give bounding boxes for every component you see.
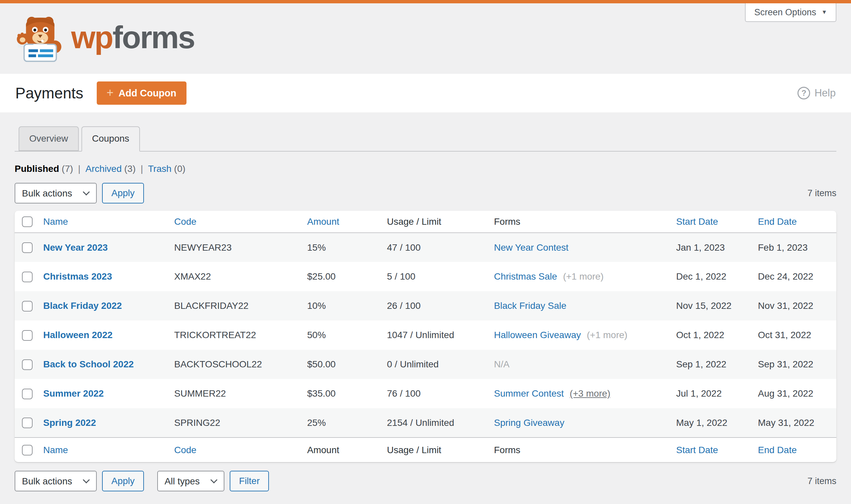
- row-checkbox[interactable]: [22, 417, 33, 428]
- add-coupon-button[interactable]: + Add Coupon: [97, 82, 186, 105]
- coupon-start-date: Oct 1, 2022: [671, 321, 753, 350]
- filter-count: (3): [122, 164, 135, 174]
- form-extra-count[interactable]: (+1 more): [563, 271, 604, 282]
- coupon-amount: 10%: [302, 291, 382, 321]
- question-circle-icon: ?: [797, 87, 810, 100]
- header-column-start-sort-link[interactable]: Start Date: [676, 216, 718, 227]
- coupon-code: XMAX22: [169, 262, 302, 291]
- footer-column-start-sort-link[interactable]: Start Date: [676, 445, 718, 455]
- row-checkbox[interactable]: [22, 359, 33, 370]
- coupon-amount: 50%: [302, 321, 382, 350]
- type-filter-select-wrap: All types: [157, 471, 224, 491]
- footer-column-name-sort-link[interactable]: Name: [43, 445, 68, 455]
- wpforms-wordmark: wpforms: [71, 20, 195, 55]
- coupon-code: BLACKFRIDAY22: [169, 291, 302, 321]
- row-checkbox[interactable]: [22, 242, 33, 253]
- coupon-end-date: May 31, 2022: [753, 408, 836, 437]
- coupon-name-link[interactable]: Christmas 2023: [43, 271, 112, 282]
- coupon-usage-limit: 47 / 100: [382, 233, 489, 262]
- coupon-usage-limit: 5 / 100: [382, 262, 489, 291]
- coupon-name-link[interactable]: Back to School 2022: [43, 359, 134, 370]
- row-checkbox-cell: [15, 350, 38, 379]
- row-checkbox[interactable]: [22, 301, 33, 311]
- coupon-name-link[interactable]: Halloween 2022: [43, 330, 113, 340]
- filter-trash[interactable]: Trash (0): [148, 164, 185, 174]
- coupon-forms-cell: Spring Giveaway: [489, 408, 671, 437]
- coupon-code: SUMMER22: [169, 379, 302, 408]
- tab-coupons[interactable]: Coupons: [82, 126, 140, 151]
- footer-column-amount-label: Amount: [307, 445, 339, 455]
- select-all-checkbox[interactable]: [22, 216, 33, 227]
- row-checkbox[interactable]: [22, 389, 33, 399]
- footer-column-code-sort-link[interactable]: Code: [174, 445, 197, 455]
- header-column-amount-sort-link[interactable]: Amount: [307, 216, 339, 227]
- tab-overview[interactable]: Overview: [19, 126, 79, 151]
- coupon-name-link[interactable]: Spring 2022: [43, 417, 96, 428]
- brand-header: wpforms: [0, 3, 851, 74]
- header-column-code-sort-link[interactable]: Code: [174, 216, 197, 227]
- coupon-name-link[interactable]: Summer 2022: [43, 388, 104, 399]
- header-column-code: Code: [169, 211, 302, 233]
- form-link[interactable]: Christmas Sale: [494, 271, 557, 282]
- coupon-usage-limit: 1047 / Unlimited: [382, 321, 489, 350]
- coupon-name-link[interactable]: Black Friday 2022: [43, 301, 122, 311]
- help-link[interactable]: ? Help: [797, 87, 836, 100]
- bulk-actions-select[interactable]: Bulk actions: [15, 183, 97, 203]
- coupon-code: SPRING22: [169, 408, 302, 437]
- footer-column-usage: Usage / Limit: [382, 437, 489, 462]
- select-all-checkbox-footer[interactable]: [22, 445, 33, 455]
- coupon-amount: 15%: [302, 233, 382, 262]
- coupon-code: BACKTOSCHOOL22: [169, 350, 302, 379]
- form-link[interactable]: New Year Contest: [494, 242, 568, 253]
- form-link[interactable]: Halloween Giveaway: [494, 330, 581, 340]
- screen-options-button[interactable]: Screen Options ▼: [745, 3, 836, 22]
- filter-button[interactable]: Filter: [230, 471, 269, 491]
- coupon-name-cell: Black Friday 2022: [38, 291, 169, 321]
- chevron-down-icon: ▼: [821, 9, 827, 16]
- header-checkbox-cell: [15, 211, 38, 233]
- filter-published[interactable]: Published (7): [15, 164, 73, 174]
- form-link[interactable]: Spring Giveaway: [494, 417, 564, 428]
- row-checkbox[interactable]: [22, 272, 33, 282]
- type-filter-select[interactable]: All types: [157, 471, 224, 491]
- header-column-usage: Usage / Limit: [382, 211, 489, 233]
- row-checkbox-cell: [15, 291, 38, 321]
- coupon-code: NEWYEAR23: [169, 233, 302, 262]
- form-link[interactable]: Summer Contest: [494, 388, 564, 399]
- status-filter-links: Published (7)|Archived (3)|Trash (0): [15, 164, 836, 174]
- form-extra-count[interactable]: (+3 more): [570, 388, 610, 399]
- coupon-end-date: Oct 31, 2022: [753, 321, 836, 350]
- header-column-forms-label: Forms: [494, 216, 520, 227]
- header-column-name-sort-link[interactable]: Name: [43, 216, 68, 227]
- coupon-forms-cell: Summer Contest (+3 more): [489, 379, 671, 408]
- coupon-start-date: Jan 1, 2023: [671, 233, 753, 262]
- apply-button[interactable]: Apply: [102, 183, 144, 203]
- filter-label[interactable]: Trash: [148, 164, 171, 174]
- header-column-end: End Date: [753, 211, 836, 233]
- coupon-usage-limit: 26 / 100: [382, 291, 489, 321]
- coupon-usage-limit: 0 / Unlimited: [382, 350, 489, 379]
- coupon-name-cell: Summer 2022: [38, 379, 169, 408]
- coupon-name-cell: New Year 2023: [38, 233, 169, 262]
- coupon-forms-cell: Black Friday Sale: [489, 291, 671, 321]
- bulk-actions-select-bottom[interactable]: Bulk actions: [15, 471, 97, 491]
- bottom-toolbar: Bulk actions Apply All types Filter 7 it…: [15, 471, 836, 491]
- page-title: Payments: [15, 84, 84, 102]
- form-extra-count[interactable]: (+1 more): [587, 330, 627, 340]
- coupon-name-link[interactable]: New Year 2023: [43, 242, 108, 253]
- screen-options-label: Screen Options: [754, 7, 816, 18]
- table-row: Christmas 2023 XMAX22 $25.00 5 / 100 Chr…: [15, 262, 836, 291]
- row-checkbox[interactable]: [22, 330, 33, 341]
- header-column-start: Start Date: [671, 211, 753, 233]
- filter-archived[interactable]: Archived (3): [86, 164, 135, 174]
- footer-column-start: Start Date: [671, 437, 753, 462]
- apply-button-bottom[interactable]: Apply: [102, 471, 144, 491]
- header-column-end-sort-link[interactable]: End Date: [758, 216, 797, 227]
- footer-column-end-sort-link[interactable]: End Date: [758, 445, 797, 455]
- coupon-start-date: Jul 1, 2022: [671, 379, 753, 408]
- coupon-forms-cell: New Year Contest: [489, 233, 671, 262]
- form-link[interactable]: Black Friday Sale: [494, 301, 566, 311]
- filter-separator: |: [78, 164, 80, 174]
- filter-label[interactable]: Archived: [86, 164, 122, 174]
- coupon-name-cell: Back to School 2022: [38, 350, 169, 379]
